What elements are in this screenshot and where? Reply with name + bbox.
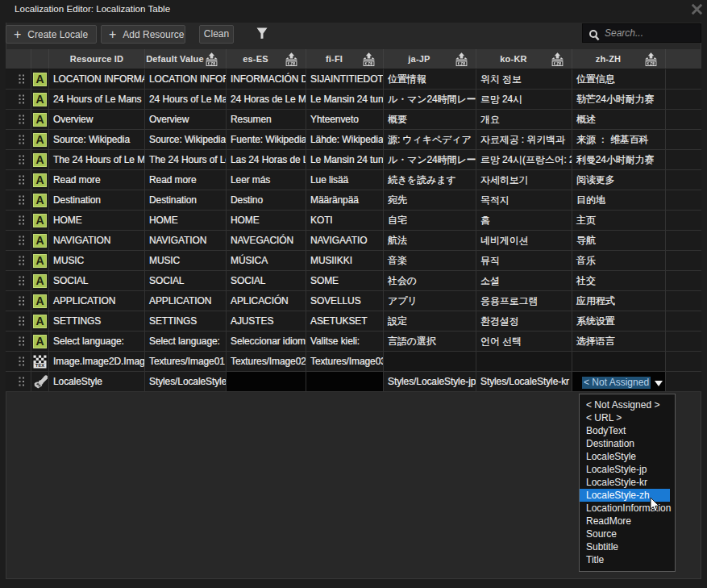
svg-text:TEX: TEX bbox=[35, 363, 44, 368]
